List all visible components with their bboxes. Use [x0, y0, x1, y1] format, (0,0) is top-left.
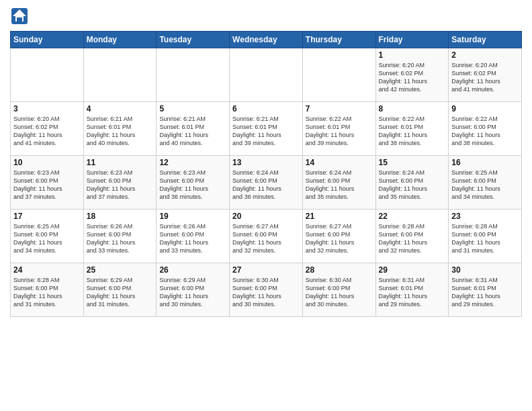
- calendar-cell: 24Sunrise: 6:28 AM Sunset: 6:00 PM Dayli…: [11, 263, 84, 317]
- calendar-week-row: 10Sunrise: 6:23 AM Sunset: 6:00 PM Dayli…: [11, 156, 522, 210]
- day-number: 9: [451, 104, 519, 113]
- day-info: Sunrise: 6:27 AM Sunset: 6:00 PM Dayligh…: [306, 222, 373, 255]
- day-number: 12: [159, 158, 226, 167]
- day-number: 5: [159, 104, 226, 113]
- day-number: 10: [13, 158, 81, 167]
- calendar-cell: 20Sunrise: 6:27 AM Sunset: 6:00 PM Dayli…: [230, 210, 303, 263]
- day-number: 25: [87, 265, 154, 275]
- calendar-week-row: 17Sunrise: 6:25 AM Sunset: 6:00 PM Dayli…: [11, 210, 522, 263]
- day-number: 7: [306, 104, 373, 113]
- day-number: 15: [379, 158, 446, 167]
- calendar-header-row: SundayMondayTuesdayWednesdayThursdayFrid…: [11, 32, 522, 48]
- day-info: Sunrise: 6:29 AM Sunset: 6:00 PM Dayligh…: [87, 276, 154, 309]
- calendar-cell: [302, 48, 375, 102]
- calendar-cell: 8Sunrise: 6:22 AM Sunset: 6:01 PM Daylig…: [375, 102, 449, 156]
- day-number: 2: [451, 50, 519, 60]
- day-info: Sunrise: 6:20 AM Sunset: 6:02 PM Dayligh…: [379, 61, 446, 94]
- day-info: Sunrise: 6:29 AM Sunset: 6:00 PM Dayligh…: [159, 276, 226, 309]
- calendar-cell: 1Sunrise: 6:20 AM Sunset: 6:02 PM Daylig…: [375, 48, 449, 102]
- day-info: Sunrise: 6:26 AM Sunset: 6:00 PM Dayligh…: [159, 222, 226, 255]
- day-info: Sunrise: 6:30 AM Sunset: 6:00 PM Dayligh…: [306, 276, 373, 309]
- calendar-cell: [11, 48, 84, 102]
- calendar-cell: 22Sunrise: 6:28 AM Sunset: 6:00 PM Dayli…: [375, 210, 449, 263]
- calendar-cell: 21Sunrise: 6:27 AM Sunset: 6:00 PM Dayli…: [302, 210, 375, 263]
- day-number: 14: [306, 158, 373, 167]
- day-info: Sunrise: 6:31 AM Sunset: 6:01 PM Dayligh…: [379, 276, 446, 309]
- calendar-cell: 9Sunrise: 6:22 AM Sunset: 6:00 PM Daylig…: [449, 102, 522, 156]
- day-number: 30: [451, 265, 519, 275]
- header: [10, 7, 522, 26]
- calendar-cell: 18Sunrise: 6:26 AM Sunset: 6:00 PM Dayli…: [83, 210, 157, 263]
- day-info: Sunrise: 6:22 AM Sunset: 6:01 PM Dayligh…: [306, 115, 373, 148]
- calendar-cell: 2Sunrise: 6:20 AM Sunset: 6:02 PM Daylig…: [449, 48, 522, 102]
- day-info: Sunrise: 6:22 AM Sunset: 6:00 PM Dayligh…: [451, 115, 519, 148]
- calendar-cell: 12Sunrise: 6:23 AM Sunset: 6:00 PM Dayli…: [157, 156, 230, 210]
- day-number: 17: [13, 212, 81, 221]
- day-info: Sunrise: 6:26 AM Sunset: 6:00 PM Dayligh…: [87, 222, 154, 255]
- day-info: Sunrise: 6:21 AM Sunset: 6:01 PM Dayligh…: [159, 115, 226, 148]
- calendar-cell: 25Sunrise: 6:29 AM Sunset: 6:00 PM Dayli…: [83, 263, 157, 317]
- day-info: Sunrise: 6:28 AM Sunset: 6:00 PM Dayligh…: [451, 222, 519, 255]
- calendar-day-header: Thursday: [302, 32, 375, 48]
- calendar-cell: [157, 48, 230, 102]
- calendar-table: SundayMondayTuesdayWednesdayThursdayFrid…: [10, 31, 522, 317]
- day-info: Sunrise: 6:24 AM Sunset: 6:00 PM Dayligh…: [306, 169, 373, 201]
- day-number: 20: [232, 212, 300, 221]
- calendar-cell: 5Sunrise: 6:21 AM Sunset: 6:01 PM Daylig…: [157, 102, 230, 156]
- day-number: 26: [159, 265, 226, 275]
- day-info: Sunrise: 6:23 AM Sunset: 6:00 PM Dayligh…: [13, 169, 81, 201]
- calendar-day-header: Friday: [375, 32, 449, 48]
- calendar-day-header: Tuesday: [157, 32, 230, 48]
- day-info: Sunrise: 6:27 AM Sunset: 6:00 PM Dayligh…: [232, 222, 300, 255]
- day-number: 22: [379, 212, 446, 221]
- calendar-cell: [230, 48, 303, 102]
- calendar-cell: 23Sunrise: 6:28 AM Sunset: 6:00 PM Dayli…: [449, 210, 522, 263]
- day-number: 3: [13, 104, 81, 113]
- calendar-cell: 3Sunrise: 6:20 AM Sunset: 6:02 PM Daylig…: [11, 102, 84, 156]
- calendar-cell: 27Sunrise: 6:30 AM Sunset: 6:00 PM Dayli…: [230, 263, 303, 317]
- day-info: Sunrise: 6:21 AM Sunset: 6:01 PM Dayligh…: [232, 115, 300, 148]
- svg-rect-2: [17, 17, 22, 21]
- day-info: Sunrise: 6:24 AM Sunset: 6:00 PM Dayligh…: [379, 169, 446, 201]
- day-number: 29: [379, 265, 446, 275]
- day-info: Sunrise: 6:28 AM Sunset: 6:00 PM Dayligh…: [379, 222, 446, 255]
- calendar-week-row: 1Sunrise: 6:20 AM Sunset: 6:02 PM Daylig…: [11, 48, 522, 102]
- day-number: 21: [306, 212, 373, 221]
- day-info: Sunrise: 6:24 AM Sunset: 6:00 PM Dayligh…: [232, 169, 300, 201]
- day-number: 28: [306, 265, 373, 275]
- day-info: Sunrise: 6:31 AM Sunset: 6:01 PM Dayligh…: [451, 276, 519, 309]
- logo-icon: [10, 7, 29, 26]
- calendar-cell: 11Sunrise: 6:23 AM Sunset: 6:00 PM Dayli…: [83, 156, 157, 210]
- calendar-day-header: Saturday: [449, 32, 522, 48]
- day-number: 18: [87, 212, 154, 221]
- calendar-page: SundayMondayTuesdayWednesdayThursdayFrid…: [0, 0, 532, 411]
- logo: [10, 7, 32, 26]
- calendar-cell: 29Sunrise: 6:31 AM Sunset: 6:01 PM Dayli…: [375, 263, 449, 317]
- day-info: Sunrise: 6:20 AM Sunset: 6:02 PM Dayligh…: [451, 61, 519, 94]
- calendar-cell: 15Sunrise: 6:24 AM Sunset: 6:00 PM Dayli…: [375, 156, 449, 210]
- day-number: 23: [451, 212, 519, 221]
- day-number: 24: [13, 265, 81, 275]
- day-info: Sunrise: 6:20 AM Sunset: 6:02 PM Dayligh…: [13, 115, 81, 148]
- calendar-cell: 19Sunrise: 6:26 AM Sunset: 6:00 PM Dayli…: [157, 210, 230, 263]
- day-info: Sunrise: 6:21 AM Sunset: 6:01 PM Dayligh…: [87, 115, 154, 148]
- day-info: Sunrise: 6:23 AM Sunset: 6:00 PM Dayligh…: [87, 169, 154, 201]
- calendar-cell: 14Sunrise: 6:24 AM Sunset: 6:00 PM Dayli…: [302, 156, 375, 210]
- day-info: Sunrise: 6:23 AM Sunset: 6:00 PM Dayligh…: [159, 169, 226, 201]
- calendar-cell: 13Sunrise: 6:24 AM Sunset: 6:00 PM Dayli…: [230, 156, 303, 210]
- calendar-day-header: Wednesday: [230, 32, 303, 48]
- day-number: 4: [87, 104, 154, 113]
- day-number: 27: [232, 265, 300, 275]
- day-number: 1: [379, 50, 446, 60]
- calendar-week-row: 24Sunrise: 6:28 AM Sunset: 6:00 PM Dayli…: [11, 263, 522, 317]
- calendar-cell: 17Sunrise: 6:25 AM Sunset: 6:00 PM Dayli…: [11, 210, 84, 263]
- day-info: Sunrise: 6:28 AM Sunset: 6:00 PM Dayligh…: [13, 276, 81, 309]
- calendar-week-row: 3Sunrise: 6:20 AM Sunset: 6:02 PM Daylig…: [11, 102, 522, 156]
- day-number: 6: [232, 104, 300, 113]
- calendar-cell: 6Sunrise: 6:21 AM Sunset: 6:01 PM Daylig…: [230, 102, 303, 156]
- calendar-cell: 10Sunrise: 6:23 AM Sunset: 6:00 PM Dayli…: [11, 156, 84, 210]
- day-number: 16: [451, 158, 519, 167]
- calendar-cell: 16Sunrise: 6:25 AM Sunset: 6:00 PM Dayli…: [449, 156, 522, 210]
- calendar-cell: 7Sunrise: 6:22 AM Sunset: 6:01 PM Daylig…: [302, 102, 375, 156]
- day-info: Sunrise: 6:25 AM Sunset: 6:00 PM Dayligh…: [13, 222, 81, 255]
